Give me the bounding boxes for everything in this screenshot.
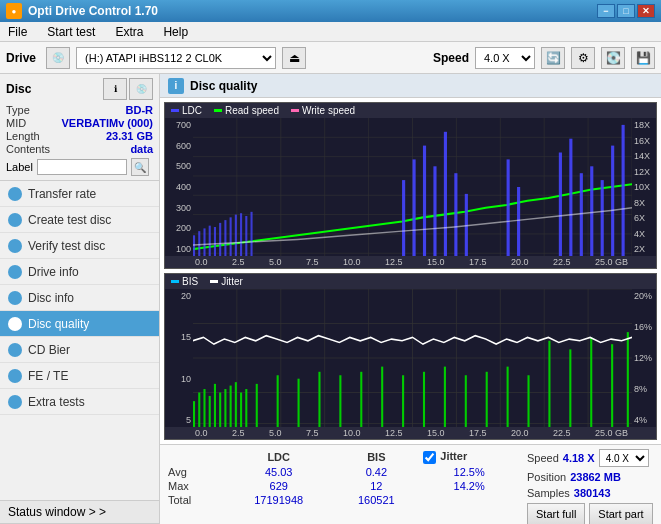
top-chart-y-right: 18X16X14X12X10X8X6X4X2X xyxy=(632,118,656,256)
close-button[interactable]: ✕ xyxy=(637,4,655,18)
disc-panel-header: Disc ℹ 💿 xyxy=(6,78,153,100)
avg-ldc: 45.03 xyxy=(224,465,333,479)
menu-extra[interactable]: Extra xyxy=(111,23,147,41)
drive-info-label: Drive info xyxy=(28,265,79,279)
settings-button[interactable]: ⚙ xyxy=(571,47,595,69)
bottom-chart-x-axis: 0.02.55.07.510.012.515.017.520.022.525.0… xyxy=(165,427,656,439)
stats-total-row: Total 17191948 160521 xyxy=(164,493,519,507)
sidebar-item-extra-tests[interactable]: Extra tests xyxy=(0,389,159,415)
svg-rect-33 xyxy=(444,132,447,256)
total-ldc: 17191948 xyxy=(224,493,333,507)
sidebar-item-fe-te[interactable]: FE / TE xyxy=(0,363,159,389)
disc-type-val: BD-R xyxy=(126,104,154,116)
titlebar-title: ● Opti Drive Control 1.70 xyxy=(6,3,158,19)
top-chart-main xyxy=(193,118,632,256)
svg-rect-39 xyxy=(569,139,572,256)
total-label: Total xyxy=(164,493,224,507)
max-ldc: 629 xyxy=(224,479,333,493)
ldc-dot xyxy=(171,109,179,112)
svg-rect-76 xyxy=(381,367,383,427)
read-label: Read speed xyxy=(225,105,279,116)
fe-te-icon xyxy=(8,369,22,383)
svg-rect-73 xyxy=(318,372,320,427)
top-chart-body: 700600500400300200100 xyxy=(165,118,656,256)
stats-table-wrapper: LDC BIS Jitter Avg xyxy=(164,449,519,520)
jitter-checkbox[interactable] xyxy=(423,451,436,464)
disc-info-icon[interactable]: ℹ xyxy=(103,78,127,100)
write-dot xyxy=(291,109,299,112)
toolbar: Drive 💿 (H:) ATAPI iHBS112 2 CL0K ⏏ Spee… xyxy=(0,42,661,74)
verify-test-disc-icon xyxy=(8,239,22,253)
label-key: Label xyxy=(6,161,33,173)
avg-jitter: 12.5% xyxy=(419,465,519,479)
svg-rect-64 xyxy=(219,393,221,428)
sidebar-item-disc-quality[interactable]: Disc quality xyxy=(0,311,159,337)
extra-tests-label: Extra tests xyxy=(28,395,85,409)
refresh-button[interactable]: 🔄 xyxy=(541,47,565,69)
position-label: Position xyxy=(527,471,566,483)
extra-tests-icon xyxy=(8,395,22,409)
menu-file[interactable]: File xyxy=(4,23,31,41)
speed-stat-select[interactable]: 4.0 X xyxy=(599,449,649,467)
svg-rect-86 xyxy=(590,337,592,427)
bis-dot xyxy=(171,280,179,283)
svg-rect-65 xyxy=(224,389,226,427)
legend-bis: BIS xyxy=(171,276,198,287)
menu-help[interactable]: Help xyxy=(159,23,192,41)
sidebar-item-create-test-disc[interactable]: Create test disc xyxy=(0,207,159,233)
charts-container: LDC Read speed Write speed 7006005004003… xyxy=(160,98,661,444)
disc-button[interactable]: 💽 xyxy=(601,47,625,69)
sidebar-item-transfer-rate[interactable]: Transfer rate xyxy=(0,181,159,207)
svg-rect-24 xyxy=(230,217,232,256)
legend-jitter: Jitter xyxy=(210,276,243,287)
bottom-chart-legend: BIS Jitter xyxy=(165,274,656,289)
svg-rect-60 xyxy=(198,393,200,428)
eject-button[interactable]: ⏏ xyxy=(282,47,306,69)
disc-icon2[interactable]: 💿 xyxy=(129,78,153,100)
bis-header: BIS xyxy=(333,449,419,465)
jitter-dot xyxy=(210,280,218,283)
sidebar-item-verify-test-disc[interactable]: Verify test disc xyxy=(0,233,159,259)
svg-rect-44 xyxy=(622,125,625,256)
label-input[interactable] xyxy=(37,159,127,175)
speed-select[interactable]: 4.0 X xyxy=(475,47,535,69)
jitter-header: Jitter xyxy=(440,450,467,462)
start-full-button[interactable]: Start full xyxy=(527,503,585,524)
disc-header-label: Disc xyxy=(6,82,31,96)
samples-val: 380143 xyxy=(574,487,611,499)
status-window-button[interactable]: Status window > > xyxy=(0,500,159,524)
drive-info-icon xyxy=(8,265,22,279)
total-jitter xyxy=(419,493,519,507)
verify-test-disc-label: Verify test disc xyxy=(28,239,105,253)
svg-rect-23 xyxy=(224,220,226,256)
bottom-chart-y-right: 20%16%12%8%4% xyxy=(632,289,656,427)
samples-label: Samples xyxy=(527,487,570,499)
drive-icon-btn[interactable]: 💿 xyxy=(46,47,70,69)
svg-rect-61 xyxy=(203,389,205,427)
svg-rect-87 xyxy=(611,344,613,427)
speed-label: Speed xyxy=(433,51,469,65)
start-part-button[interactable]: Start part xyxy=(589,503,652,524)
disc-mid-key: MID xyxy=(6,117,26,129)
start-buttons: Start full Start part xyxy=(527,503,657,524)
svg-rect-80 xyxy=(465,375,467,427)
drive-label: Drive xyxy=(6,51,36,65)
disc-info-nav-label: Disc info xyxy=(28,291,74,305)
save-button[interactable]: 💾 xyxy=(631,47,655,69)
disc-quality-header: i Disc quality xyxy=(160,74,661,98)
disc-length-val: 23.31 GB xyxy=(106,130,153,142)
drive-select[interactable]: (H:) ATAPI iHBS112 2 CL0K xyxy=(76,47,276,69)
app-title: Opti Drive Control 1.70 xyxy=(28,4,158,18)
ldc-label: LDC xyxy=(182,105,202,116)
sidebar-item-cd-bier[interactable]: CD Bier xyxy=(0,337,159,363)
menu-start-test[interactable]: Start test xyxy=(43,23,99,41)
minimize-button[interactable]: − xyxy=(597,4,615,18)
label-btn[interactable]: 🔍 xyxy=(131,158,149,176)
titlebar-controls: − □ ✕ xyxy=(597,4,655,18)
svg-rect-40 xyxy=(580,173,583,256)
sidebar-item-disc-info[interactable]: Disc info xyxy=(0,285,159,311)
maximize-button[interactable]: □ xyxy=(617,4,635,18)
legend-ldc: LDC xyxy=(171,105,202,116)
sidebar-item-drive-info[interactable]: Drive info xyxy=(0,259,159,285)
jitter-label: Jitter xyxy=(221,276,243,287)
